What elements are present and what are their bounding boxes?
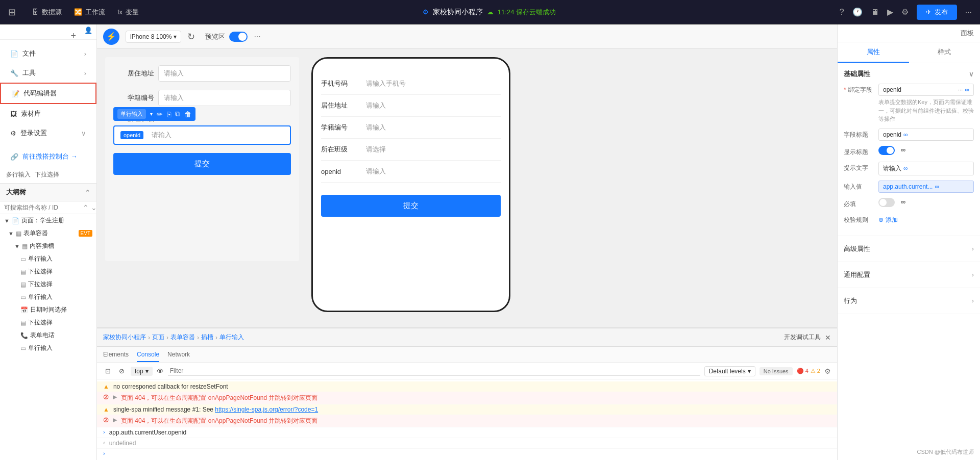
tab-properties[interactable]: 属性 <box>838 42 909 63</box>
dropdown-icon-1: ▤ <box>20 268 26 275</box>
add-rule-button[interactable]: ⊕ 添加 <box>878 216 898 224</box>
more-icon[interactable]: ··· <box>965 8 972 17</box>
save-status: 11:24 保存云端成功 <box>498 8 556 17</box>
sidebar-item-file[interactable]: 📄 文件 › <box>0 44 96 63</box>
hint-value[interactable]: 请输入 ∞ <box>878 162 974 175</box>
variable-menu[interactable]: fx 变量 <box>117 8 139 17</box>
input-value[interactable]: app.auth.current... ∞ <box>878 181 974 193</box>
tab-console[interactable]: Console <box>137 348 159 362</box>
sidebar-link-console[interactable]: 🔗 前往微搭控制台 → <box>0 147 96 166</box>
sidebar-person-icon[interactable]: 👤 <box>84 27 92 37</box>
filter-input[interactable] <box>168 366 700 376</box>
settings-icon[interactable]: ⚙ <box>901 7 909 17</box>
outline-search-down[interactable]: ⌄ <box>91 203 96 212</box>
level-select[interactable]: Default levels ▾ <box>704 366 755 376</box>
tree-item-single-input-1[interactable]: ▭ 单行输入 <box>0 252 96 265</box>
devtools-title: 开发调试工具 <box>784 333 821 342</box>
required-toggle[interactable] <box>878 198 895 207</box>
bind-field-more-icon[interactable]: ··· <box>958 86 963 93</box>
tree-item-dropdown-2[interactable]: ▤ 下拉选择 <box>0 278 96 291</box>
datasource-menu[interactable]: 🗄 数据源 <box>32 8 62 17</box>
lightning-button[interactable]: ⚡ <box>103 29 119 45</box>
tab-network[interactable]: Network <box>167 348 190 362</box>
sidebar-add-button[interactable]: + <box>70 31 76 41</box>
breadcrumb-page[interactable]: 页面 <box>152 333 164 342</box>
expand-icon-1[interactable]: ▶ <box>113 394 117 400</box>
show-title-link-icon[interactable]: ∞ <box>901 146 905 154</box>
breadcrumb-form[interactable]: 表单容器 <box>170 333 195 342</box>
preview-more-button[interactable]: ··· <box>254 32 260 41</box>
form-editor: 居住地址 请输入 学籍编号 请输入 所在班级 单行输入 <box>105 57 299 261</box>
watermark: CSDN @低代码布道师 <box>838 444 980 460</box>
tree-item-datetime[interactable]: 📅 日期时间选择 <box>0 303 96 316</box>
devtools-stop-button[interactable]: ⊘ <box>117 366 127 376</box>
basic-props-collapse-icon[interactable]: ∨ <box>969 70 974 78</box>
help-icon[interactable]: ? <box>840 8 844 17</box>
breadcrumb-input[interactable]: 单行输入 <box>219 333 244 342</box>
tree-item-phone[interactable]: 📞 表单电话 <box>0 329 96 342</box>
bind-field-value[interactable]: openid ··· ∞ <box>878 84 974 96</box>
sidebar-item-login[interactable]: ⚙ 登录设置 ∨ <box>0 123 96 143</box>
single-input-label-2: 单行输入 <box>28 293 53 301</box>
show-title-toggle[interactable] <box>878 146 895 155</box>
tree-item-page[interactable]: ▼ 📄 页面：学生注册 <box>0 214 96 227</box>
refresh-button[interactable]: ↻ <box>187 31 195 42</box>
panel-field-input-value: 输入值 app.auth.current... ∞ <box>844 181 974 193</box>
play-icon[interactable]: ▶ <box>887 7 893 17</box>
devtools-close-button[interactable]: ✕ <box>825 334 831 342</box>
field-duplicate-button[interactable]: ⧉ <box>175 110 180 118</box>
expand-icon-2[interactable]: ▶ <box>113 417 117 423</box>
tree-item-dropdown-3[interactable]: ▤ 下拉选择 <box>0 316 96 329</box>
sidebar-item-tools[interactable]: 🔧 工具 › <box>0 63 96 83</box>
general-section-row[interactable]: 通用配置 › <box>844 267 974 283</box>
field-copy-button[interactable]: ⎘ <box>167 110 171 118</box>
required-label: 必填 <box>844 198 874 209</box>
history-icon[interactable]: 🕐 <box>852 7 863 17</box>
expand-icon-3[interactable]: › <box>103 429 105 435</box>
preview-toggle[interactable] <box>229 32 248 42</box>
field-title-link-icon[interactable]: ∞ <box>903 131 908 138</box>
student-id-input[interactable]: 请输入 <box>158 90 291 106</box>
publish-button[interactable]: ✈ 发布 <box>917 5 957 20</box>
tree-item-form-container[interactable]: ▼ ▦ 表单容器 EVT <box>0 227 96 240</box>
general-arrow-icon: › <box>972 271 974 278</box>
submit-button-preview[interactable]: 提交 <box>113 153 291 175</box>
field-edit-button[interactable]: ✏ <box>157 110 163 118</box>
breadcrumb-slot[interactable]: 插槽 <box>201 333 213 342</box>
field-title-value[interactable]: openid ∞ <box>878 129 974 141</box>
hint-link-icon[interactable]: ∞ <box>903 165 908 172</box>
address-input[interactable]: 请输入 <box>158 65 291 82</box>
tree-item-dropdown-1[interactable]: ▤ 下拉选择 <box>0 265 96 278</box>
tree-item-content-slot[interactable]: ▼ ▦ 内容插槽 <box>0 240 96 252</box>
phone-submit-button[interactable]: 提交 <box>321 195 501 217</box>
tab-styles[interactable]: 样式 <box>909 42 981 63</box>
sidebar-item-code-editor[interactable]: 📝 代码编辑器 <box>0 83 96 104</box>
devtools-pointer-button[interactable]: ⊡ <box>103 366 113 376</box>
field-delete-button[interactable]: 🗑 <box>184 110 191 118</box>
required-link-icon[interactable]: ∞ <box>901 198 905 206</box>
tab-elements[interactable]: Elements <box>103 348 129 362</box>
spa-link[interactable]: https://single-spa.js.org/error/?code=1 <box>215 406 318 413</box>
advanced-section-row[interactable]: 高级属性 › <box>844 241 974 257</box>
outline-search-arrows[interactable]: ⌃ <box>83 203 89 212</box>
outline-collapse-icon[interactable]: ⌃ <box>85 189 90 196</box>
workflow-menu[interactable]: 🔀 工作流 <box>74 8 105 17</box>
outline-search: ⌃ ⌄ <box>0 201 96 214</box>
tree-item-single-input-3[interactable]: ▭ 单行输入 <box>0 342 96 354</box>
input-value-link-icon[interactable]: ∞ <box>935 183 939 190</box>
device-select[interactable]: iPhone 8 100% ▾ <box>126 31 181 43</box>
outline-search-input[interactable] <box>4 204 81 211</box>
bind-field-link-icon[interactable]: ∞ <box>965 86 969 93</box>
selected-field-row[interactable]: openid 请输入 <box>113 125 291 145</box>
phone-field-openid: openid 请输入 <box>321 161 501 183</box>
eye-button[interactable]: 👁 <box>157 367 164 375</box>
top-dropdown[interactable]: top ▾ <box>131 367 153 376</box>
behavior-section-row[interactable]: 行为 › <box>844 293 974 309</box>
tree-item-single-input-2[interactable]: ▭ 单行输入 <box>0 291 96 303</box>
sidebar-item-assets[interactable]: 🖼 素材库 <box>0 104 96 123</box>
device-preview-icon[interactable]: 🖥 <box>871 8 879 17</box>
breadcrumb-app[interactable]: 家校协同小程序 <box>103 333 146 342</box>
devtools-settings-icon[interactable]: ⚙ <box>824 367 831 375</box>
expand-icon-4[interactable]: › <box>103 450 105 456</box>
slot-label: 内容插槽 <box>30 242 54 250</box>
